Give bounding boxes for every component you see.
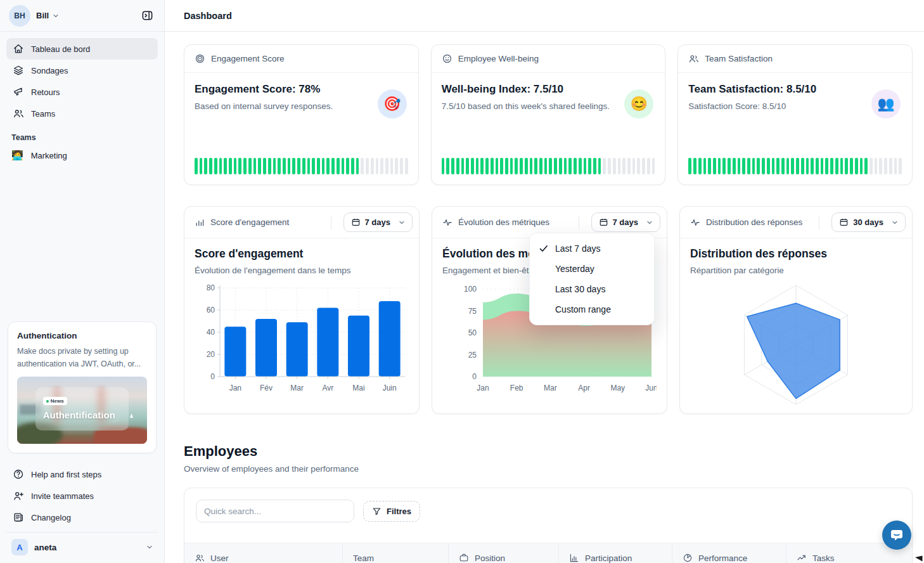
chat-widget-button[interactable] [882,521,911,550]
chart-card-metrics-evolution: Évolution des métriques 7 days Évolution… [432,206,667,414]
svg-text:Feb: Feb [510,384,523,392]
target-icon [195,53,205,64]
sidebar-item-marketing[interactable]: 🧑‍💻 Marketing [0,145,164,166]
divider [331,216,331,230]
megaphone-icon [13,86,24,98]
svg-text:Mar: Mar [544,384,557,392]
team-label: Marketing [31,151,67,160]
calendar-icon [351,217,361,227]
bar-chart-icon [195,217,205,228]
menu-item-last-7-days[interactable]: Last 7 days [530,238,654,259]
stat-card-header-label: Employee Well-being [458,54,539,63]
sidebar-item-invite[interactable]: Invite teammates [6,485,158,507]
news-badge: News [43,397,67,405]
stat-subtitle: 7.5/10 based on this week's shared feeli… [442,101,655,111]
stat-card-satisfaction: Team Satisfaction Team Satisfaction: 8.5… [677,44,913,185]
svg-text:20: 20 [207,350,215,359]
trend-up-icon [797,553,807,563]
range-select-button[interactable]: 30 days [831,212,906,232]
chart-title: Score d'engagement [195,247,409,261]
teams-section-header: Teams [0,124,164,145]
sidebar-nav: Tableau de bord Sondages Retours Teams [0,32,164,124]
column-header-team[interactable]: Team [343,543,449,563]
chart-card-header-label: Distribution des réponses [706,217,802,227]
promo-image-title: Authentification [43,410,122,420]
calendar-icon [599,217,608,227]
briefcase-icon [459,553,469,563]
column-header-participation[interactable]: Participation [559,543,672,563]
radar-chart [690,282,902,408]
svg-text:Jan: Jan [477,384,489,392]
sidebar-item-tableau-de-bord[interactable]: Tableau de bord [6,38,158,60]
mouse-cursor [913,552,923,562]
employees-table-header: User Team Position Participation Perform… [184,543,912,563]
sidebar-collapse-button[interactable] [138,6,157,25]
chevron-down-icon [399,219,405,226]
svg-text:100: 100 [464,285,477,294]
stat-card-header: Engagement Score [184,45,418,73]
main-content: Dashboard Engagement Score Engagement Sc… [165,0,924,563]
svg-text:0: 0 [472,372,477,381]
smile-emoji-icon: 😊 [624,89,653,119]
sidebar-item-label: Teams [31,109,55,119]
target-emoji-icon: 🎯 [378,89,407,119]
chart-card-response-distribution: Distribution des réponses 30 days Distri… [679,206,913,414]
progress-bar [688,158,902,174]
menu-item-custom-range[interactable]: Custom range [530,299,654,320]
smile-icon [442,53,452,64]
workspace-avatar: A [11,539,28,555]
svg-text:Mar: Mar [290,384,304,392]
svg-text:75: 75 [468,307,477,316]
sidebar-item-label: Changelog [31,513,71,522]
sidebar-item-help[interactable]: Help and first steps [6,463,158,485]
stat-title: Well-being Index: 7.5/10 [442,83,655,96]
chart-card-engagement-score: Score d'engagement 7 days Score d'engage… [184,206,420,414]
sidebar-item-retours[interactable]: Retours [6,81,158,103]
user-plus-icon [13,490,24,502]
panel-collapse-icon [141,10,153,22]
promo-image-overlay: News Authentification [35,387,129,430]
range-dropdown-menu: Last 7 days Yesterday Last 30 days Custo… [529,233,655,325]
changelog-icon [13,512,24,523]
stat-card-wellbeing: Employee Well-being Well-being Index: 7.… [431,44,666,185]
news-dot-icon [46,400,49,403]
promo-description: Make docs private by setting up authenti… [17,346,147,370]
employees-section: Employees Overview of employees and thei… [165,414,924,563]
column-header-position[interactable]: Position [449,543,559,563]
range-select-button[interactable]: 7 days [591,212,660,232]
employees-toolbar: Filtres [184,488,912,534]
employees-title: Employees [184,443,913,460]
user-name[interactable]: Bill [36,11,49,20]
column-header-user[interactable]: User [184,543,343,563]
avatar[interactable]: BH [9,5,30,27]
stat-card-body: Engagement Score: 78% Based on internal … [184,73,418,184]
chevron-down-icon [892,219,898,226]
stat-card-header-label: Team Satisfaction [705,54,773,63]
stat-card-header: Team Satisfaction [678,45,912,73]
column-header-performance[interactable]: Performance [672,543,786,563]
sidebar-item-teams[interactable]: Teams [6,103,158,124]
menu-item-last-30-days[interactable]: Last 30 days [530,279,654,299]
users-icon [195,553,205,563]
promo-image[interactable]: News Authentification [17,377,147,444]
promo-card-authentication[interactable]: Authentication Make docs private by sett… [8,321,157,453]
stat-card-body: Well-being Index: 7.5/10 7.5/10 based on… [432,73,665,184]
search-input[interactable] [196,500,354,522]
stat-title: Engagement Score: 78% [195,83,408,96]
range-select-button[interactable]: 7 days [343,212,413,232]
filters-button[interactable]: Filtres [363,501,420,522]
stat-card-header-label: Engagement Score [211,54,285,63]
chart-card-header-label: Score d'engagement [210,217,289,227]
chart-card-body: Score d'engagement Évolution de l'engage… [184,238,419,406]
stat-subtitle: Satisfaction Score: 8.5/10 [688,101,902,111]
chevron-down-icon [53,13,59,19]
menu-item-yesterday[interactable]: Yesterday [530,259,654,279]
top-bar: Dashboard [165,0,924,32]
chart-card-header: Score d'engagement 7 days [184,207,419,238]
sidebar-item-sondages[interactable]: Sondages [6,60,158,81]
divider [819,216,819,230]
stat-card-body: Team Satisfaction: 8.5/10 Satisfaction S… [678,73,912,184]
sidebar-item-changelog[interactable]: Changelog [6,507,158,528]
workspace-switcher[interactable]: A aneta [6,532,158,563]
employees-table-card: Filtres User Team Position Participation [184,488,913,563]
